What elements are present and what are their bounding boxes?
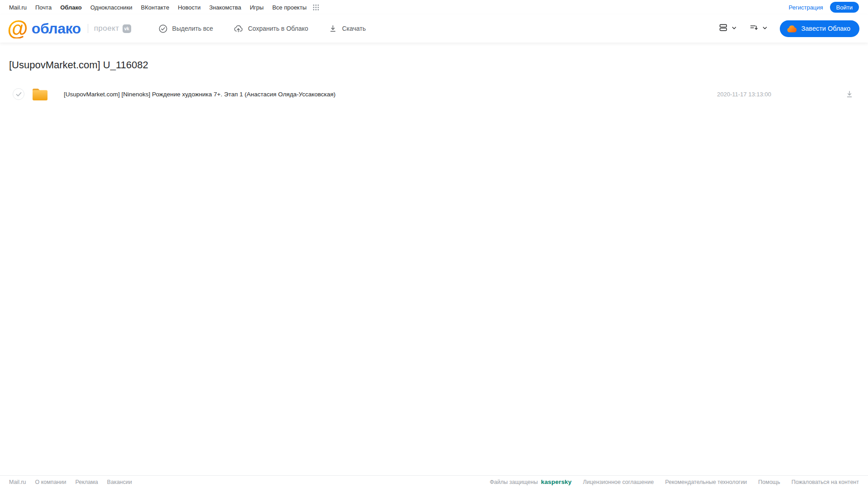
file-row[interactable]: [UsupovMarket.com] [Ninenoks] Рождение х… <box>0 82 868 106</box>
kaspersky-protected: Файлы защищены kaspersky <box>490 479 572 485</box>
sort-switcher[interactable] <box>749 23 768 34</box>
nav-link-oblako[interactable]: Облако <box>60 4 82 11</box>
login-button[interactable]: Войти <box>830 2 859 13</box>
nav-link-all-projects[interactable]: Все проекты <box>272 4 307 11</box>
file-date: 2020-11-17 13:13:00 <box>717 91 771 98</box>
portal-topbar: Mail.ru Почта Облако Одноклассники ВКонт… <box>0 0 868 14</box>
chevron-down-icon <box>731 24 737 33</box>
download-icon[interactable] <box>845 90 854 99</box>
footer-link-about[interactable]: О компании <box>35 479 66 485</box>
mailru-at-icon: @ <box>7 19 28 38</box>
logo-divider <box>88 24 88 33</box>
check-icon <box>16 92 22 97</box>
chevron-down-icon <box>762 24 768 33</box>
select-all-button[interactable]: Выделить все <box>158 24 213 33</box>
footer-link-jobs[interactable]: Вакансии <box>107 479 132 485</box>
download-button[interactable]: Скачать <box>328 24 366 33</box>
protected-label: Файлы защищены <box>490 479 538 485</box>
footer-link-mailru[interactable]: Mail.ru <box>9 479 26 485</box>
create-cloud-label: Завести Облако <box>802 25 850 32</box>
file-name[interactable]: [UsupovMarket.com] [Ninenoks] Рождение х… <box>64 91 717 98</box>
page-title: [UsupovMarket.com] U_116082 <box>9 59 868 71</box>
row-checkbox[interactable] <box>13 88 24 100</box>
footer-link-help[interactable]: Помощь <box>758 479 780 485</box>
view-mode-switcher[interactable] <box>718 23 737 34</box>
project-label: проект <box>94 24 119 33</box>
file-toolbar: Выделить все Сохранить в Облако Скачать <box>158 24 366 33</box>
check-circle-icon <box>158 24 168 33</box>
cloud-logo-text: облако <box>32 20 81 37</box>
vk-badge-icon: vk <box>123 24 131 33</box>
footer-link-recommendation-tech[interactable]: Рекомендательные технологии <box>665 479 747 485</box>
nav-link-novosti[interactable]: Новости <box>178 4 200 11</box>
cloud-upload-icon <box>233 24 243 33</box>
nav-link-pochta[interactable]: Почта <box>35 4 52 11</box>
nav-link-igry[interactable]: Игры <box>250 4 264 11</box>
nav-link-znakomstva[interactable]: Знакомства <box>209 4 241 11</box>
header-controls: Завести Облако <box>718 20 859 37</box>
footer-left-links: Mail.ru О компании Реклама Вакансии <box>9 479 132 485</box>
footer-right-links: Файлы защищены kaspersky Лицензионное со… <box>490 479 859 485</box>
view-mode-icon <box>718 23 728 34</box>
download-label: Скачать <box>342 25 366 32</box>
page-footer: Mail.ru О компании Реклама Вакансии Файл… <box>0 475 868 488</box>
footer-link-license[interactable]: Лицензионное соглашение <box>583 479 654 485</box>
kaspersky-logo: kaspersky <box>541 479 572 485</box>
nav-link-mailru[interactable]: Mail.ru <box>9 4 27 11</box>
cloud-icon <box>787 25 797 33</box>
save-to-cloud-label: Сохранить в Облако <box>248 25 308 32</box>
nav-link-odnoklassniki[interactable]: Одноклассники <box>90 4 133 11</box>
cloud-logo[interactable]: @ облако <box>7 19 81 38</box>
create-cloud-button[interactable]: Завести Облако <box>780 20 859 37</box>
registration-link[interactable]: Регистрация <box>789 4 823 11</box>
download-icon <box>328 24 337 33</box>
cloud-header: @ облако проект vk Выделить все Сохранит… <box>0 14 868 43</box>
select-all-label: Выделить все <box>172 25 213 32</box>
nav-link-vkontakte[interactable]: ВКонтакте <box>141 4 170 11</box>
sort-icon <box>749 23 759 34</box>
save-to-cloud-button[interactable]: Сохранить в Облако <box>233 24 308 33</box>
topbar-auth: Регистрация Войти <box>789 2 859 13</box>
portal-nav: Mail.ru Почта Облако Одноклассники ВКонт… <box>9 4 319 11</box>
footer-link-ads[interactable]: Реклама <box>75 479 98 485</box>
footer-link-report-content[interactable]: Пожаловаться на контент <box>792 479 859 485</box>
folder-icon <box>32 88 48 101</box>
apps-grid-icon[interactable] <box>313 4 319 11</box>
